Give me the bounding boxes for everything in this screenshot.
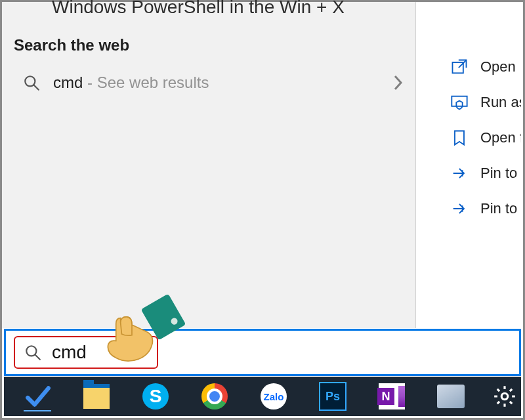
taskbar-onenote[interactable]: N — [378, 383, 406, 410]
action-label: Open — [480, 58, 516, 75]
web-result-row[interactable]: cmd - See web results — [2, 65, 423, 100]
action-label: Run as — [480, 94, 521, 111]
action-pin-start[interactable]: Pin to — [416, 156, 521, 191]
svg-line-5 — [35, 354, 40, 360]
action-label: Pin to — [480, 165, 517, 182]
svg-line-1 — [33, 85, 39, 90]
taskbar-chrome[interactable] — [201, 383, 228, 410]
folder-icon — [83, 384, 110, 409]
taskbar-photoshop[interactable]: Ps — [319, 383, 346, 410]
action-open[interactable]: Open — [416, 49, 521, 85]
open-icon — [450, 58, 469, 76]
taskbar-todo[interactable] — [24, 383, 51, 410]
zalo-icon: Zalo — [261, 383, 287, 410]
window-frame: Windows PowerShell in the Win + X Search… — [0, 0, 525, 420]
taskbar-file-explorer[interactable] — [83, 383, 110, 410]
taskbar-zalo[interactable]: Zalo — [260, 383, 287, 410]
photoshop-icon: Ps — [319, 382, 346, 411]
clipped-title: Windows PowerShell in the Win + X — [52, 0, 345, 18]
skype-icon: S — [142, 383, 169, 410]
settings-icon[interactable] — [492, 384, 517, 409]
chevron-right-icon — [393, 74, 404, 91]
folder-icon — [450, 129, 469, 147]
context-actions-panel: Open Run as Open f Pin to Pin to — [416, 2, 521, 375]
search-icon — [23, 74, 40, 91]
search-results-panel: Windows PowerShell in the Win + X Search… — [2, 2, 416, 328]
search-bar[interactable]: cmd — [4, 329, 521, 376]
search-icon — [24, 344, 41, 361]
svg-point-6 — [501, 393, 508, 400]
action-label: Open f — [480, 129, 521, 146]
action-label: Pin to — [480, 200, 517, 217]
web-result-term: cmd — [53, 74, 83, 91]
chrome-icon — [201, 383, 228, 410]
search-input-text: cmd — [52, 342, 87, 363]
action-open-location[interactable]: Open f — [416, 120, 521, 156]
taskbar: S Zalo Ps N — [4, 377, 521, 416]
taskbar-skype[interactable]: S — [142, 383, 169, 410]
app-icon — [437, 385, 465, 408]
pin-icon — [450, 200, 469, 218]
shield-icon — [450, 93, 469, 112]
pointing-hand-annotation — [100, 294, 179, 373]
pin-icon — [450, 164, 469, 182]
web-result-hint: - See web results — [83, 74, 209, 91]
action-pin-taskbar[interactable]: Pin to — [416, 191, 521, 226]
taskbar-app[interactable] — [437, 383, 465, 410]
search-web-heading: Search the web — [14, 36, 129, 54]
action-run-as[interactable]: Run as — [416, 85, 521, 120]
onenote-icon: N — [379, 383, 405, 410]
